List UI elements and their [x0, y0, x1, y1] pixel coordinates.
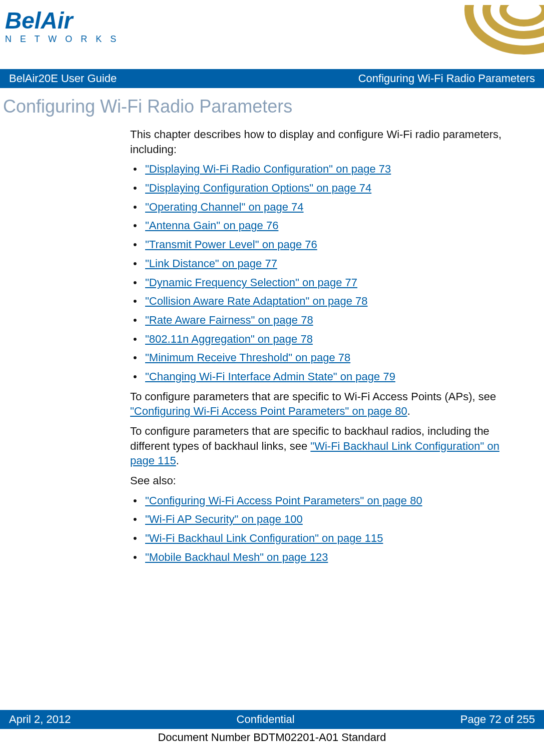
- xref-link[interactable]: "Link Distance" on page 77: [145, 257, 277, 270]
- list-item: "Link Distance" on page 77: [130, 256, 514, 271]
- logo-subtext: N E T W O R K S: [5, 34, 119, 45]
- list-item: "Changing Wi-Fi Interface Admin State" o…: [130, 369, 514, 384]
- link-list-1: "Displaying Wi-Fi Radio Configuration" o…: [130, 162, 514, 384]
- header-right: Configuring Wi-Fi Radio Parameters: [358, 72, 535, 85]
- xref-link[interactable]: "Configuring Wi-Fi Access Point Paramete…: [130, 405, 407, 417]
- xref-link[interactable]: "Dynamic Frequency Selection" on page 77: [145, 276, 357, 289]
- list-item: "Antenna Gain" on page 76: [130, 218, 514, 233]
- paragraph-backhaul: To configure parameters that are specifi…: [130, 424, 514, 468]
- footer-date: April 2, 2012: [9, 713, 71, 726]
- list-item: "Dynamic Frequency Selection" on page 77: [130, 275, 514, 290]
- xref-link[interactable]: "Displaying Configuration Options" on pa…: [145, 182, 371, 194]
- list-item: "Minimum Receive Threshold" on page 78: [130, 350, 514, 365]
- xref-link[interactable]: "Rate Aware Fairness" on page 78: [145, 314, 313, 326]
- xref-link[interactable]: "Changing Wi-Fi Interface Admin State" o…: [145, 370, 395, 383]
- footer-band: April 2, 2012 Confidential Page 72 of 25…: [0, 710, 544, 729]
- logo-text: BelAir: [5, 9, 73, 32]
- chapter-title: Configuring Wi-Fi Radio Parameters: [0, 93, 544, 122]
- xref-link[interactable]: "Collision Aware Rate Adaptation" on pag…: [145, 295, 368, 307]
- intro-paragraph: This chapter describes how to display an…: [130, 127, 514, 157]
- list-item: "Wi-Fi Backhaul Link Configuration" on p…: [130, 531, 514, 546]
- see-also-label: See also:: [130, 473, 514, 488]
- xref-link[interactable]: "Antenna Gain" on page 76: [145, 219, 278, 232]
- xref-link[interactable]: "Transmit Power Level" on page 76: [145, 238, 317, 251]
- xref-link[interactable]: "Configuring Wi-Fi Access Point Paramete…: [145, 494, 422, 507]
- xref-link[interactable]: "Mobile Backhaul Mesh" on page 123: [145, 551, 328, 563]
- list-item: "Rate Aware Fairness" on page 78: [130, 313, 514, 328]
- list-item: "Collision Aware Rate Adaptation" on pag…: [130, 294, 514, 309]
- xref-link[interactable]: "Minimum Receive Threshold" on page 78: [145, 351, 350, 364]
- header-band: BelAir20E User Guide Configuring Wi-Fi R…: [0, 69, 544, 88]
- footer-page: Page 72 of 255: [460, 713, 535, 726]
- xref-link[interactable]: "Wi-Fi Backhaul Link Configuration" on p…: [145, 532, 383, 544]
- list-item: "Displaying Configuration Options" on pa…: [130, 181, 514, 196]
- xref-link[interactable]: "802.11n Aggregation" on page 78: [145, 333, 313, 345]
- list-item: "Operating Channel" on page 74: [130, 200, 514, 215]
- link-list-2: "Configuring Wi-Fi Access Point Paramete…: [130, 493, 514, 565]
- list-item: "Displaying Wi-Fi Radio Configuration" o…: [130, 162, 514, 177]
- decor-wave-icon: [449, 5, 544, 65]
- xref-link[interactable]: "Wi-Fi AP Security" on page 100: [145, 513, 303, 525]
- footer: April 2, 2012 Confidential Page 72 of 25…: [0, 710, 544, 744]
- content-body: This chapter describes how to display an…: [0, 127, 544, 565]
- list-item: "Transmit Power Level" on page 76: [130, 237, 514, 252]
- xref-link[interactable]: "Displaying Wi-Fi Radio Configuration" o…: [145, 163, 391, 175]
- list-item: "Configuring Wi-Fi Access Point Paramete…: [130, 493, 514, 508]
- top-bar: BelAir N E T W O R K S: [0, 0, 544, 65]
- xref-link[interactable]: "Operating Channel" on page 74: [145, 201, 304, 213]
- brand-logo: BelAir N E T W O R K S: [5, 5, 119, 45]
- doc-number: Document Number BDTM02201-A01 Standard: [0, 731, 544, 744]
- paragraph-ap-config: To configure parameters that are specifi…: [130, 389, 514, 419]
- list-item: "Mobile Backhaul Mesh" on page 123: [130, 550, 514, 565]
- header-left: BelAir20E User Guide: [9, 72, 117, 85]
- svg-point-3: [503, 5, 544, 23]
- list-item: "Wi-Fi AP Security" on page 100: [130, 512, 514, 527]
- list-item: "802.11n Aggregation" on page 78: [130, 332, 514, 347]
- footer-confidential: Confidential: [237, 713, 295, 726]
